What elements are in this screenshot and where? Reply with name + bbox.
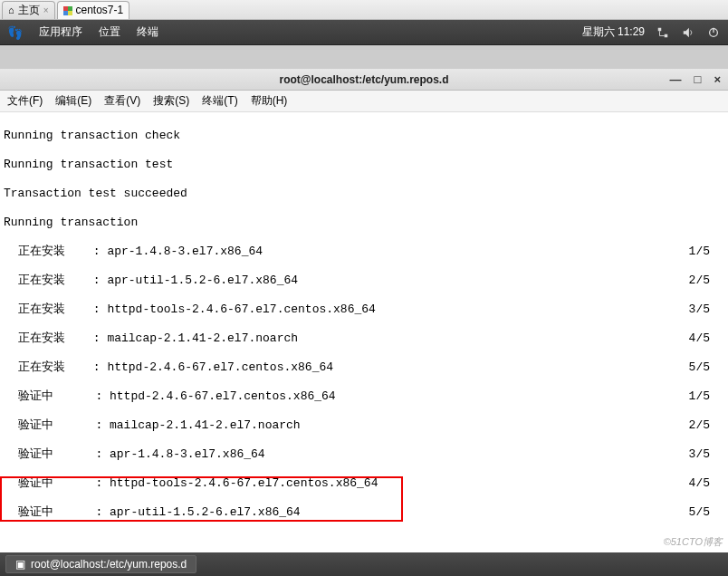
- package-row: 验证中 : httpd-tools-2.4.6-67.el7.centos.x8…: [4, 476, 710, 491]
- package-row: 验证中 : apr-util-1.5.2-6.el7.x86_645/5: [4, 505, 710, 520]
- svg-rect-2: [63, 11, 68, 15]
- browser-tab-vm[interactable]: centos7-1: [57, 1, 130, 19]
- terminal-output: Running transaction test: [4, 158, 724, 172]
- menu-help[interactable]: 帮助(H): [251, 93, 288, 109]
- package-row: 正在安装 : httpd-2.4.6-67.el7.centos.x86_645…: [4, 360, 710, 375]
- terminal-output: [4, 534, 724, 549]
- gnome-top-panel: 👣 应用程序 位置 终端 星期六 11:29: [0, 20, 728, 45]
- menu-terminal[interactable]: 终端(T): [202, 93, 237, 109]
- package-row: 正在安装 : mailcap-2.1.41-2.el7.noarch4/5: [4, 331, 710, 346]
- taskbar-window-button[interactable]: ▣ root@localhost:/etc/yum.repos.d: [5, 555, 196, 573]
- network-icon[interactable]: [656, 25, 670, 40]
- vm-icon: [63, 5, 72, 14]
- browser-tab-home[interactable]: ⌂ 主页 ×: [2, 1, 55, 19]
- tab-label: 主页: [18, 3, 40, 18]
- browser-tab-strip: ⌂ 主页 × centos7-1: [0, 0, 728, 20]
- svg-rect-3: [68, 11, 72, 15]
- window-titlebar[interactable]: root@localhost:/etc/yum.repos.d — □ ×: [0, 69, 728, 91]
- package-row: 正在安装 : apr-1.4.8-3.el7.x86_641/5: [4, 245, 710, 259]
- package-row: 正在安装 : httpd-tools-2.4.6-67.el7.centos.x…: [4, 302, 710, 317]
- svg-rect-5: [665, 34, 668, 37]
- menu-view[interactable]: 查看(V): [104, 93, 140, 109]
- svg-rect-1: [68, 6, 72, 11]
- applications-menu[interactable]: 应用程序: [39, 24, 82, 40]
- terminal-output: Running transaction: [4, 216, 724, 230]
- menu-edit[interactable]: 编辑(E): [55, 93, 91, 109]
- package-row: 正在安装 : apr-util-1.5.2-6.el7.x86_642/5: [4, 274, 710, 288]
- window-title: root@localhost:/etc/yum.repos.d: [279, 73, 448, 86]
- package-row: 验证中 : httpd-2.4.6-67.el7.centos.x86_641/…: [4, 389, 710, 404]
- menu-search[interactable]: 搜索(S): [153, 93, 189, 109]
- package-row: 验证中 : apr-1.4.8-3.el7.x86_643/5: [4, 447, 710, 462]
- terminal-launcher[interactable]: 终端: [137, 24, 158, 40]
- package-row: 验证中 : mailcap-2.1.41-2.el7.noarch2/5: [4, 418, 710, 433]
- terminal-area[interactable]: Running transaction check Running transa…: [0, 112, 728, 576]
- close-button[interactable]: ×: [714, 72, 721, 86]
- terminal-output: Transaction test succeeded: [4, 187, 724, 201]
- gnome-foot-icon[interactable]: 👣: [7, 25, 23, 40]
- svg-rect-4: [658, 27, 662, 31]
- terminal-output: Running transaction check: [4, 129, 724, 143]
- home-icon: ⌂: [8, 5, 14, 15]
- power-icon[interactable]: [706, 25, 721, 40]
- menu-file[interactable]: 文件(F): [7, 93, 43, 109]
- datetime-label[interactable]: 星期六 11:29: [582, 24, 645, 40]
- desktop-spacer: [0, 45, 728, 69]
- svg-rect-0: [63, 6, 68, 11]
- app-menubar: 文件(F) 编辑(E) 查看(V) 搜索(S) 终端(T) 帮助(H): [0, 91, 728, 112]
- places-menu[interactable]: 位置: [99, 24, 120, 40]
- minimize-button[interactable]: —: [670, 72, 682, 86]
- tab-label: centos7-1: [76, 4, 124, 16]
- watermark: ©51CTO博客: [664, 535, 723, 549]
- maximize-button[interactable]: □: [694, 72, 702, 86]
- volume-icon[interactable]: [681, 25, 695, 40]
- gnome-taskbar: ▣ root@localhost:/etc/yum.repos.d: [0, 552, 728, 576]
- taskbar-label: root@localhost:/etc/yum.repos.d: [31, 558, 187, 571]
- close-icon[interactable]: ×: [43, 5, 49, 15]
- terminal-icon: ▣: [15, 558, 25, 571]
